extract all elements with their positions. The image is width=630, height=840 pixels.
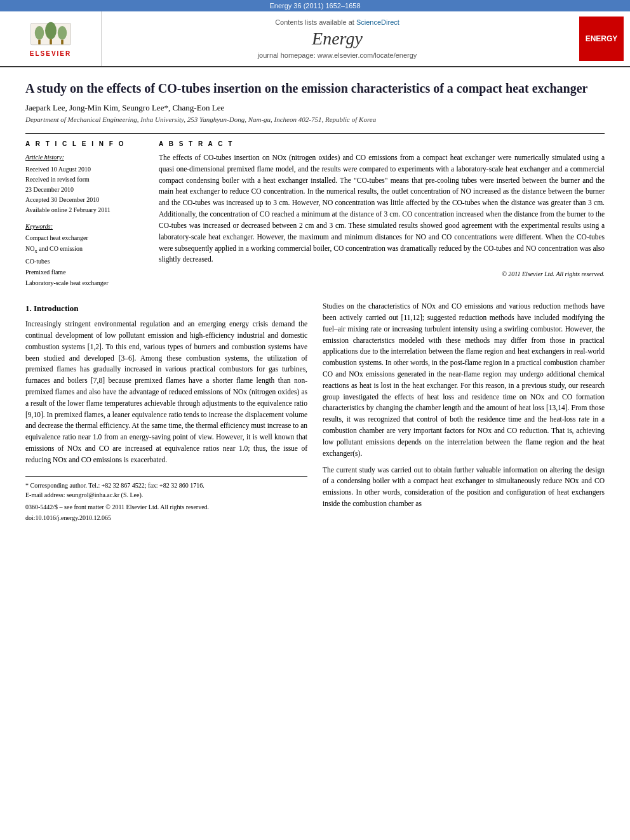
keyword-1: Compact heat exchanger <box>25 232 140 243</box>
energy-logo-area: ENERGY <box>573 11 630 66</box>
svg-point-1 <box>34 26 43 40</box>
received-revised-date: 23 December 2010 <box>25 185 140 195</box>
keyword-3: CO-tubes <box>25 256 140 267</box>
footnote-email: E-mail address: seungrol@inha.ac.kr (S. … <box>25 490 307 500</box>
history-label: Article history: <box>25 152 140 163</box>
article-columns: 1. Introduction Increasingly stringent e… <box>25 301 605 521</box>
sciencedirect-link[interactable]: ScienceDirect <box>356 18 399 26</box>
svg-rect-5 <box>50 39 52 44</box>
footnote-doi: doi:10.1016/j.energy.2010.12.065 <box>25 514 307 521</box>
available-date: Available online 2 February 2011 <box>25 205 140 215</box>
footnote-section: * Corresponding author. Tel.: +82 32 867… <box>25 476 307 521</box>
intro-paragraph-1: Increasingly stringent environmental reg… <box>25 319 307 466</box>
svg-rect-4 <box>38 40 41 44</box>
footnote-issn: 0360-5442/$ – see front matter © 2011 El… <box>25 503 307 510</box>
svg-point-3 <box>57 26 66 40</box>
energy-logo-box: ENERGY <box>579 17 624 61</box>
sciencedirect-line: Contents lists available at ScienceDirec… <box>275 18 399 26</box>
keyword-4: Premixed flame <box>25 267 140 277</box>
journal-top-bar: Energy 36 (2011) 1652–1658 <box>0 0 630 11</box>
energy-logo-text: ENERGY <box>586 34 618 43</box>
keywords-list: Compact heat exchanger NOx and CO emissi… <box>25 232 140 288</box>
footnote-corresponding: * Corresponding author. Tel.: +82 32 867… <box>25 481 307 490</box>
journal-citation: Energy 36 (2011) 1652–1658 <box>269 2 360 10</box>
article-body: A study on the effects of CO-tubes inser… <box>0 67 630 534</box>
article-col-right: Studies on the characteristics of NOx an… <box>323 301 605 521</box>
article-col-left: 1. Introduction Increasingly stringent e… <box>25 301 307 521</box>
article-info-section: A R T I C L E I N F O Article history: R… <box>25 133 605 288</box>
intro-paragraph-col2-2: The current study was carried out to obt… <box>323 465 605 510</box>
abstract-label: A B S T R A C T <box>159 140 605 147</box>
keywords-label: Keywords: <box>25 223 140 230</box>
article-affiliation: Department of Mechanical Engineering, In… <box>25 116 605 123</box>
svg-rect-6 <box>61 40 64 44</box>
elsevier-label: ELSEVIER <box>30 50 71 57</box>
journal-homepage: journal homepage: www.elsevier.com/locat… <box>258 51 417 59</box>
article-title: A study on the effects of CO-tubes inser… <box>25 80 605 97</box>
journal-name: Energy <box>312 29 363 49</box>
copyright-line: © 2011 Elsevier Ltd. All rights reserved… <box>159 270 605 277</box>
article-history: Article history: Received 10 August 2010… <box>25 152 140 215</box>
keyword-2: NOx and CO emission <box>25 243 140 256</box>
received-revised-label: Received in revised form <box>25 175 140 185</box>
keywords-box: Keywords: Compact heat exchanger NOx and… <box>25 223 140 288</box>
journal-header-center: Contents lists available at ScienceDirec… <box>102 11 573 66</box>
elsevier-logo-area: ELSEVIER <box>0 11 102 66</box>
article-info-left: A R T I C L E I N F O Article history: R… <box>25 140 140 288</box>
elsevier-logo: ELSEVIER <box>13 17 89 61</box>
article-info-label: A R T I C L E I N F O <box>25 140 140 147</box>
keyword-5: Laboratory-scale heat exchanger <box>25 277 140 288</box>
elsevier-tree-icon <box>25 20 76 49</box>
intro-heading-text: 1. Introduction <box>25 303 79 313</box>
abstract-text: The effects of CO-tubes insertion on NOx… <box>159 152 605 265</box>
intro-paragraph-col2-1: Studies on the characteristics of NOx an… <box>323 301 605 459</box>
accepted-date: Accepted 30 December 2010 <box>25 195 140 205</box>
svg-point-2 <box>45 22 57 39</box>
received-date: Received 10 August 2010 <box>25 164 140 175</box>
article-abstract-section: A B S T R A C T The effects of CO-tubes … <box>159 140 605 288</box>
journal-header: ELSEVIER Contents lists available at Sci… <box>0 11 630 67</box>
intro-heading: 1. Introduction <box>25 303 307 314</box>
article-authors: Jaepark Lee, Jong-Min Kim, Seungro Lee*,… <box>25 103 605 113</box>
